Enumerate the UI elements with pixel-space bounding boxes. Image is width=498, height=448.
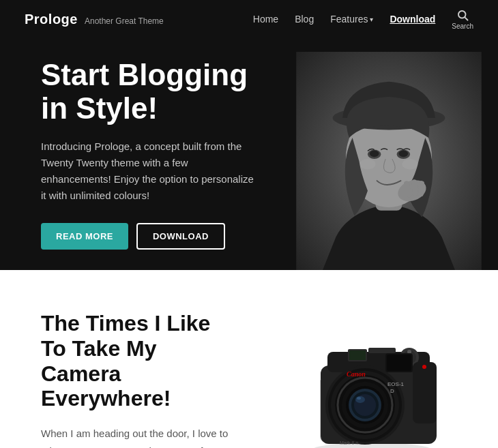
svg-line-1 (465, 17, 468, 20)
svg-rect-24 (413, 362, 437, 423)
hero-portrait-image (293, 52, 484, 270)
svg-point-16 (402, 159, 418, 170)
svg-rect-41 (387, 355, 411, 371)
read-more-button[interactable]: READ MORE (41, 223, 128, 250)
site-header: Prologe Another Great Theme Home Blog Fe… (0, 0, 498, 38)
svg-text:D: D (390, 388, 394, 394)
svg-point-9 (370, 150, 379, 157)
svg-text:EOS-1: EOS-1 (387, 381, 405, 387)
nav-features-label: Features (330, 14, 368, 25)
blog-description: When I am heading out the door, I love t… (41, 425, 232, 448)
search-button[interactable]: Search (452, 9, 473, 30)
nav-download[interactable]: Download (390, 14, 435, 25)
download-button[interactable]: DOWNLOAD (136, 223, 225, 250)
hero-section: Start Blogging in Style! Introducing Pro… (0, 38, 498, 270)
svg-point-36 (357, 397, 361, 400)
svg-point-42 (422, 365, 426, 369)
nav-home[interactable]: Home (253, 14, 278, 25)
hero-title: Start Blogging in Style! (41, 59, 259, 125)
svg-point-35 (355, 396, 365, 403)
blog-title: The Times I Like To Take My Camera Every… (41, 311, 232, 411)
search-icon (456, 9, 469, 21)
camera-image: Canon EOS-1 D Mark II n (266, 311, 457, 448)
hero-description: Introducing Prologe, a concept built fro… (41, 138, 259, 204)
blog-content: The Times I Like To Take My Camera Every… (41, 311, 232, 448)
svg-text:Canon: Canon (347, 370, 366, 378)
chevron-down-icon: ▾ (370, 16, 373, 23)
blog-image: Canon EOS-1 D Mark II n (266, 311, 457, 448)
svg-point-15 (360, 159, 375, 170)
nav-blog[interactable]: Blog (295, 14, 314, 25)
search-label: Search (452, 23, 473, 30)
hero-image (266, 38, 498, 270)
hero-buttons: READ MORE DOWNLOAD (41, 223, 259, 250)
svg-text:Mark II n: Mark II n (340, 440, 358, 445)
site-tagline: Another Great Theme (85, 16, 164, 26)
svg-rect-45 (349, 350, 366, 360)
brand: Prologe Another Great Theme (25, 12, 164, 27)
nav-features[interactable]: Features ▾ (330, 14, 373, 25)
main-nav: Home Blog Features ▾ Download Search (253, 9, 473, 30)
hero-content: Start Blogging in Style! Introducing Pro… (0, 38, 287, 270)
svg-rect-23 (368, 348, 396, 353)
camera-container: Canon EOS-1 D Mark II n (266, 311, 457, 448)
site-title: Prologe (25, 12, 78, 27)
svg-point-10 (399, 150, 409, 157)
blog-section: The Times I Like To Take My Camera Every… (0, 270, 498, 448)
